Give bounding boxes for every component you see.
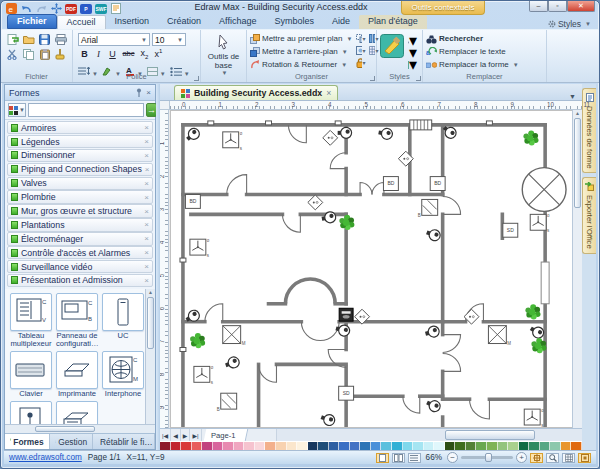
library-item[interactable]: Électroménager× [7,232,153,245]
palette-swatch[interactable] [455,442,466,450]
shape-uc[interactable]: UC [102,293,144,348]
library-close-icon[interactable]: × [144,123,149,132]
plan-device-box[interactable]: SD [503,223,518,237]
edrawsoft-link[interactable]: www.edrawsoft.com [9,453,82,462]
gallery-scrollbar[interactable]: ▲ [145,289,155,424]
document-tab[interactable]: Building Security Access.eddx × [174,85,338,100]
paste-icon[interactable] [38,48,51,61]
print-icon[interactable] [54,33,67,46]
plan-device-dome[interactable] [425,398,442,414]
palette-swatch[interactable] [466,442,477,450]
library-close-icon[interactable]: × [144,262,149,271]
library-close-icon[interactable]: × [144,151,149,160]
plan-device-window[interactable] [541,262,549,304]
library-close-icon[interactable]: × [144,248,149,257]
plan-device-reader[interactable] [180,258,186,262]
plan-device-dome[interactable] [425,227,442,242]
close-button[interactable]: ✕ [567,1,595,12]
side-tab-exporter-l-office[interactable]: Exporter l'Office [582,177,596,254]
shape-tableau[interactable]: CVTableau multiplexeur [10,293,52,348]
plan-device-fan[interactable]: os [190,238,210,258]
plan-device-plant[interactable] [523,130,538,145]
palette-swatch[interactable] [392,442,403,450]
palette-swatch[interactable] [287,442,298,450]
last-page-button[interactable]: ▶| [190,429,201,441]
palette-swatch[interactable] [171,442,182,450]
drawing-canvas[interactable]: osososososMMBBBDBDBDSDSD [171,111,573,427]
plan-device-box[interactable]: BD [383,177,398,191]
palette-swatch[interactable] [265,442,276,450]
palette-swatch[interactable] [508,442,519,450]
plan-device-plant[interactable] [190,333,205,348]
plan-device-plant[interactable] [339,215,354,230]
tab-symboles[interactable]: Symboles [265,15,323,29]
plan-device-stairs[interactable] [410,120,432,130]
library-item[interactable]: Légendes× [7,135,153,148]
shape-imprimante[interactable]: Imprimante [56,351,98,398]
lock-icon[interactable]: ▾ [355,57,366,68]
palette-swatch[interactable] [550,442,561,450]
export-swf-icon[interactable]: SWF [95,4,107,14]
fit-window-button[interactable] [578,453,591,463]
palette-swatch[interactable] [413,442,424,450]
superscript-button[interactable]: x1 [152,48,165,59]
subscript-button[interactable]: x2 [138,48,151,60]
palette-swatch[interactable] [381,442,392,450]
library-item[interactable]: Mur, gros œuvre et structure× [7,204,153,217]
tab-aide[interactable]: Aide [323,15,359,29]
panel-tab-gestion[interactable]: Gestion [50,434,93,449]
tab-insertion[interactable]: Insertion [106,15,159,29]
palette-swatch[interactable] [339,442,350,450]
shape-clavier[interactable]: Clavier [10,351,52,398]
library-close-icon[interactable]: × [145,165,150,174]
library-item[interactable]: Valves× [7,177,153,190]
rotate-flip-button[interactable]: Rotation & Retourner▼ [250,58,352,71]
shape-interphone[interactable]: CMInterphone [102,351,144,398]
library-search-input[interactable] [28,103,144,117]
plan-device-fan[interactable]: os [194,365,214,385]
palette-swatch[interactable] [181,442,192,450]
palette-swatch[interactable] [424,442,435,450]
copy-icon[interactable] [22,48,35,61]
font-family-select[interactable]: Arial▼ [78,33,150,46]
view-outline-button[interactable] [408,453,421,463]
styles-quick-button[interactable]: Styles ▼ [548,19,599,29]
redo-icon[interactable] [35,3,47,14]
palette-swatch[interactable] [244,442,255,450]
palette-swatch[interactable] [498,442,509,450]
palette-swatch[interactable] [561,442,572,450]
plan-device-fanM[interactable]: M [488,326,511,346]
panel-tab-formes[interactable]: Formes [5,434,50,449]
shape-scanner[interactable] [56,401,98,424]
send-to-back-button[interactable]: Mettre à l'arrière-plan▼ [250,45,352,58]
palette-swatch[interactable] [476,442,487,450]
font-size-select[interactable]: 10▼ [152,33,186,46]
view-fullpage-button[interactable] [392,453,405,463]
library-item[interactable]: Dimensionner× [7,149,153,162]
palette-swatch[interactable] [571,442,582,450]
strikethrough-button[interactable]: abc [120,49,137,58]
palette-swatch[interactable] [297,442,308,450]
palette-swatch[interactable] [318,442,329,450]
plan-device-dome[interactable] [528,324,546,340]
gallery-h-scrollbar[interactable] [5,424,155,433]
tab-plan-d-tage[interactable]: Plan d'étage [359,15,427,29]
palette-swatch[interactable] [529,442,540,450]
tab-list-dropdown-icon[interactable]: ▼ [563,93,582,100]
bold-button[interactable]: B [78,49,91,59]
zoom-slider[interactable] [461,456,513,459]
library-close-icon[interactable]: × [144,220,149,229]
tab-accueil[interactable]: Accueil [57,15,106,29]
plan-device-box[interactable]: BD [185,194,200,208]
plan-device-dome[interactable] [338,127,352,138]
minimize-button[interactable]: – [529,1,548,12]
tab-cr-ation[interactable]: Création [158,15,210,29]
prev-page-button[interactable]: ◀ [171,429,181,441]
plan-device-box[interactable]: BD [430,177,445,191]
plan-device-reader[interactable] [486,121,492,125]
plan-device-vent[interactable]: B [418,199,438,218]
pan-grid-button[interactable] [562,453,575,463]
shape-panneau[interactable]: CBPanneau de configurati… [56,293,98,348]
panel-close-icon[interactable]: × [146,88,151,97]
plan-device-box[interactable]: SD [339,386,354,400]
